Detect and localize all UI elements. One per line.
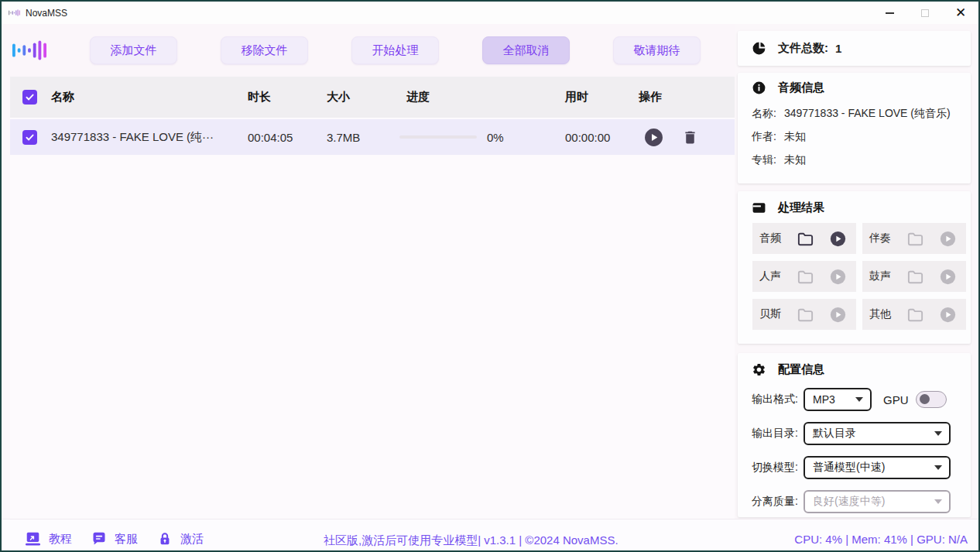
activate-link[interactable]: 激活 (157, 531, 204, 547)
audio-name-field: 名称:349771833 - FAKE LOVE (纯音乐) (738, 102, 971, 125)
row-checkbox[interactable] (22, 130, 37, 145)
toolbar: 添加文件 移除文件 开始处理 全部取消 敬请期待 (2, 24, 735, 77)
pie-chart-icon (752, 41, 766, 56)
folder-icon[interactable] (797, 268, 814, 286)
chevron-down-icon (934, 499, 942, 504)
app-logo-small-icon (9, 8, 20, 18)
minimize-icon (886, 12, 894, 14)
folder-icon[interactable] (906, 268, 924, 286)
info-icon (752, 81, 766, 95)
header-actions: 操作 (639, 90, 735, 105)
system-stats: CPU: 4% | Mem: 41% | GPU: N/A (794, 533, 968, 546)
gpu-toggle[interactable] (916, 391, 947, 408)
audio-album-field: 专辑:未知 (738, 149, 971, 172)
play-icon[interactable] (940, 307, 956, 323)
cancel-all-button[interactable]: 全部取消 (482, 36, 570, 64)
row-progress: 0% (406, 131, 565, 144)
support-link[interactable]: 客服 (91, 531, 138, 547)
remove-files-button[interactable]: 移除文件 (221, 36, 308, 64)
lock-icon (157, 531, 173, 547)
header-duration: 时长 (248, 90, 327, 105)
add-files-button[interactable]: 添加文件 (90, 36, 177, 64)
tutorial-icon (25, 532, 41, 547)
results-title: 处理结果 (778, 201, 824, 215)
results-card: 处理结果 音频 伴奏 人声 鼓声 (738, 191, 971, 344)
result-audio: 音频 (752, 223, 856, 254)
toggle-knob (920, 394, 930, 404)
play-icon[interactable] (830, 307, 846, 323)
header-progress: 进度 (406, 90, 565, 105)
result-accompaniment: 伴奏 (862, 223, 966, 254)
output-dir-label: 输出目录: (752, 427, 804, 441)
novamss-window: { "window": {"title": "NovaMSS"}, "color… (0, 0, 980, 552)
model-row: 切换模型: 普通模型(中速) (738, 456, 971, 479)
config-title: 配置信息 (778, 362, 824, 377)
progress-percent: 0% (487, 131, 504, 144)
audio-info-card: 音频信息 名称:349771833 - FAKE LOVE (纯音乐) 作者:未… (738, 73, 971, 183)
audio-artist-field: 作者:未知 (738, 125, 971, 149)
start-processing-button[interactable]: 开始处理 (351, 36, 439, 64)
close-icon: ✕ (955, 6, 966, 19)
select-all-checkbox[interactable] (22, 90, 37, 105)
table-row[interactable]: 349771833 - FAKE LOVE (纯··· 00:04:05 3.7… (10, 119, 735, 155)
minimize-button[interactable] (872, 2, 907, 24)
file-table: 名称 时长 大小 进度 用时 操作 349771833 - FAKE LOVE … (10, 77, 735, 519)
close-button[interactable]: ✕ (943, 2, 978, 24)
row-elapsed: 00:00:00 (565, 131, 639, 144)
chevron-down-icon (934, 431, 942, 436)
delete-button[interactable] (682, 129, 698, 146)
status-bar: 教程 客服 激活 社区版,激活后可使用专业模型| v1.3.1 | ©2024 … (2, 519, 978, 550)
folder-icon[interactable] (797, 306, 814, 324)
config-card: 配置信息 输出格式: MP3 GPU 输出目录: 默认目录 切换模型: 普通模型… (738, 353, 971, 517)
chat-icon (91, 531, 107, 547)
table-header-row: 名称 时长 大小 进度 用时 操作 (10, 77, 735, 118)
play-icon[interactable] (830, 231, 846, 247)
play-button[interactable] (644, 128, 663, 147)
output-format-select[interactable]: MP3 (804, 388, 872, 411)
file-total-card: 文件总数: 1 (738, 31, 971, 66)
chevron-down-icon (855, 397, 863, 402)
result-vocals: 人声 (752, 261, 856, 292)
row-duration: 00:04:05 (248, 131, 327, 144)
result-other: 其他 (862, 299, 966, 330)
coming-soon-button[interactable]: 敬请期待 (613, 36, 701, 64)
folder-icon[interactable] (797, 230, 814, 248)
version-info: 社区版,激活后可使用专业模型| v1.3.1 | ©2024 NovaMSS. (324, 533, 618, 548)
file-total-label: 文件总数: (778, 41, 828, 56)
row-actions (639, 128, 735, 147)
play-icon[interactable] (940, 269, 956, 285)
model-select[interactable]: 普通模型(中速) (804, 456, 951, 479)
folder-icon[interactable] (906, 230, 924, 248)
header-size: 大小 (327, 90, 406, 105)
output-dir-select[interactable]: 默认目录 (804, 422, 951, 445)
quality-label: 分离质量: (752, 495, 804, 509)
row-name: 349771833 - FAKE LOVE (纯··· (51, 130, 248, 145)
results-icon (752, 201, 766, 215)
chevron-down-icon (934, 465, 942, 470)
header-name: 名称 (51, 90, 248, 105)
file-total-value: 1 (835, 42, 841, 55)
title-bar: NovaMSS ✕ (2, 2, 978, 24)
gpu-label: GPU (883, 393, 909, 406)
folder-icon[interactable] (906, 306, 924, 324)
output-format-label: 输出格式: (752, 393, 804, 406)
progress-bar (399, 135, 477, 139)
sidebar: 文件总数: 1 音频信息 名称:349771833 - FAKE LOVE (纯… (735, 24, 978, 519)
tutorial-link[interactable]: 教程 (25, 532, 72, 547)
output-format-row: 输出格式: MP3 GPU (738, 388, 971, 411)
play-icon[interactable] (940, 231, 956, 247)
header-elapsed: 用时 (565, 90, 639, 105)
output-dir-row: 输出目录: 默认目录 (738, 422, 971, 445)
result-bass: 贝斯 (752, 299, 856, 330)
model-label: 切换模型: (752, 461, 804, 475)
gear-icon (752, 362, 766, 377)
play-icon[interactable] (830, 269, 846, 285)
audio-info-title: 音频信息 (778, 81, 824, 95)
maximize-icon (921, 9, 929, 17)
result-drums: 鼓声 (862, 261, 966, 292)
row-size: 3.7MB (327, 131, 406, 144)
quality-select: 良好(速度中等) (804, 490, 951, 513)
maximize-button[interactable] (907, 2, 943, 24)
app-logo-icon (12, 38, 46, 63)
window-title: NovaMSS (26, 8, 67, 19)
